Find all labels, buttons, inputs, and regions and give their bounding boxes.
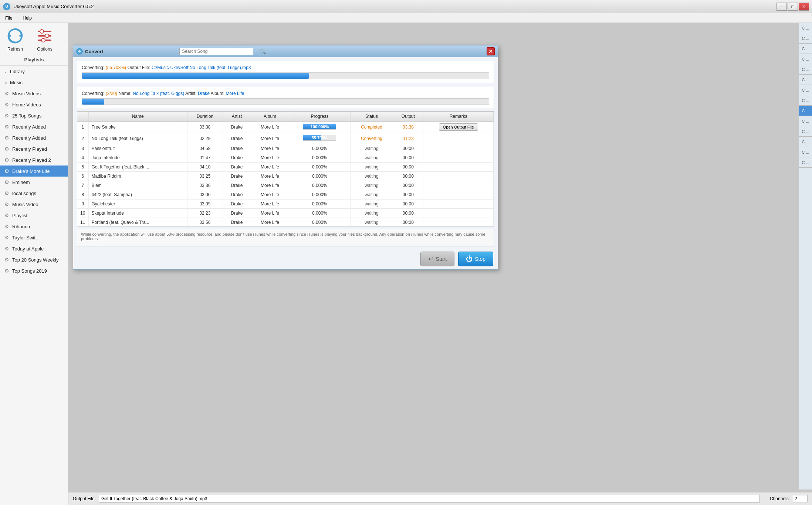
stub-cell: C ... — [799, 33, 812, 44]
sidebar-item-music[interactable]: ♪ Music — [0, 77, 68, 88]
search-icon: 🔍 — [260, 49, 266, 54]
stub-cell: C ... — [799, 95, 812, 106]
sidebar-item-label: Music Video — [12, 202, 38, 207]
table-row: 9Gyalchester03:09DrakeMore Life0.000%wai… — [77, 199, 494, 209]
sidebar-item-label: Today at Apple — [12, 246, 44, 252]
table-row: 84422 (feat. Sampha)03:06DrakeMore Life0… — [77, 190, 494, 199]
note-area: While converting, the application will u… — [77, 229, 494, 246]
cell-status: waiting — [350, 163, 393, 172]
cell-album: More Life — [251, 144, 289, 153]
sidebar-item-label: local songs — [12, 191, 36, 196]
channels-input[interactable] — [793, 495, 808, 502]
sidebar-item-music-videos[interactable]: ⚙ Music Videos — [0, 88, 68, 99]
open-output-button[interactable]: Open Output File — [439, 123, 478, 131]
converting-album: More Life — [226, 91, 244, 96]
gear-icon: ⚙ — [4, 212, 9, 218]
table-row: 7Blem03:36DrakeMore Life0.000%waiting00:… — [77, 181, 494, 190]
cell-progress: 0.000% — [289, 153, 350, 163]
svg-point-6 — [40, 30, 44, 33]
output-file-label: Output File: — [73, 496, 96, 501]
table-scroll[interactable]: Name Duration Artist Album Progress Stat… — [77, 112, 494, 226]
cell-remarks — [423, 172, 494, 181]
sidebar-item-top-songs-2019[interactable]: ⚙ Top Songs 2019 — [0, 265, 68, 276]
cell-name: Passionfruit — [88, 144, 187, 153]
artist-label: Artist: — [185, 91, 197, 96]
cell-artist: Drake — [223, 199, 251, 209]
cell-output: 00:00 — [393, 153, 423, 163]
sidebar-item-home-videos[interactable]: ⚙ Home Videos — [0, 99, 68, 110]
start-icon: ↩ — [428, 255, 434, 263]
sidebar-item-label: Music — [10, 80, 23, 85]
convert-close-button[interactable]: ✕ — [487, 47, 495, 55]
minimize-button[interactable]: ─ — [777, 3, 787, 11]
cell-num: 2 — [77, 133, 88, 144]
cell-status: waiting — [350, 144, 393, 153]
music-icon: ♪ — [4, 79, 7, 85]
sidebar-item-label: Top Songs 2019 — [12, 268, 47, 274]
sidebar-item-recently-played[interactable]: ⚙ Recently Played — [0, 143, 68, 154]
cell-album: More Life — [251, 153, 289, 163]
app-title: Ukeysoft Apple Music Converter 6.5.2 — [13, 4, 94, 9]
output-file-input[interactable] — [99, 495, 759, 503]
sidebar-item-label: Recently Added — [12, 135, 46, 141]
sidebar-item-library[interactable]: ♩ Library — [0, 66, 68, 77]
stub-cell: C ... — [799, 64, 812, 75]
svg-point-8 — [41, 38, 45, 42]
cell-status: waiting — [350, 218, 393, 226]
window-controls: ─ □ ✕ — [777, 3, 809, 11]
cell-num: 5 — [77, 163, 88, 172]
options-icon — [35, 27, 54, 45]
note-text: While converting, the application will u… — [81, 232, 485, 241]
sidebar-item-local-songs[interactable]: ⚙ local songs — [0, 188, 68, 199]
cell-output: 00:00 — [393, 218, 423, 226]
cell-output: 00:00 — [393, 181, 423, 190]
col-output: Output — [393, 112, 423, 122]
sidebar-item-top-20-songs[interactable]: ⚙ Top 20 Songs Weekly — [0, 254, 68, 265]
cell-artist: Drake — [223, 144, 251, 153]
refresh-button[interactable]: Refresh — [6, 27, 24, 52]
sidebar-item-taylor-swift[interactable]: ⚙ Taylor Swift — [0, 232, 68, 243]
options-button[interactable]: Options — [35, 27, 54, 52]
sidebar-item-25-top-songs[interactable]: ⚙ 25 Top Songs — [0, 110, 68, 121]
sidebar-item-today-at-apple[interactable]: ⚙ Today at Apple — [0, 243, 68, 254]
sidebar-item-recently-added[interactable]: ⚙ Recently Added — [0, 121, 68, 132]
start-button[interactable]: ↩ Start — [420, 252, 455, 266]
converting-label-2: Converting: — [82, 91, 104, 96]
cell-name: No Long Talk (feat. Giggs) — [88, 133, 187, 144]
menu-help[interactable]: Help — [20, 15, 34, 21]
close-button[interactable]: ✕ — [799, 3, 809, 11]
maximize-button[interactable]: □ — [788, 3, 798, 11]
sidebar-item-recently-played-2[interactable]: ⚙ Recently Played 2 — [0, 154, 68, 166]
cell-status: Converting — [350, 133, 393, 144]
table-row: 6Madiba Riddim03:25DrakeMore Life0.000%w… — [77, 172, 494, 181]
cell-album: More Life — [251, 122, 289, 133]
stub-cell: C ... — [799, 116, 812, 126]
search-input[interactable] — [179, 48, 253, 55]
sidebar-item-eminem[interactable]: ⚙ Eminem — [0, 177, 68, 188]
sidebar-item-drakes-more-life[interactable]: ⚙ Drake's More Life — [0, 166, 68, 177]
song-table-body: 1Free Smoke03:38DrakeMore Life100.000%Co… — [77, 122, 494, 226]
cell-duration: 04:58 — [187, 144, 223, 153]
cell-artist: Drake — [223, 172, 251, 181]
sidebar-item-music-video[interactable]: ⚙ Music Video — [0, 199, 68, 210]
convert-title: ⊙ Convert 🔍 — [76, 48, 266, 55]
stop-button[interactable]: ⏻ Stop — [458, 252, 493, 266]
cell-duration: 03:25 — [187, 172, 223, 181]
cell-album: More Life — [251, 172, 289, 181]
cell-remarks[interactable]: Open Output File — [423, 122, 494, 133]
cell-status: waiting — [350, 172, 393, 181]
cell-album: More Life — [251, 209, 289, 218]
stub-cell: C ... — [799, 54, 812, 64]
menu-file[interactable]: File — [3, 15, 14, 21]
sidebar-item-rihanna[interactable]: ⚙ Rihanna — [0, 221, 68, 232]
stub-cell: C ... — [799, 23, 812, 33]
sidebar-item-label: Taylor Swift — [12, 235, 37, 240]
table-row: 10Skepta Interlude02:23DrakeMore Life0.0… — [77, 209, 494, 218]
cell-name: 4422 (feat. Sampha) — [88, 190, 187, 199]
sidebar-item-recently-added-2[interactable]: ⚙ Recently Added — [0, 132, 68, 143]
cell-output: 00:00 — [393, 209, 423, 218]
converting-detail: (2/20) — [106, 91, 117, 96]
bottom-buttons: ↩ Start ⏻ Stop — [73, 249, 498, 269]
sidebar-item-playlist[interactable]: ⚙ Playlist — [0, 210, 68, 221]
song-table: Name Duration Artist Album Progress Stat… — [77, 112, 494, 226]
